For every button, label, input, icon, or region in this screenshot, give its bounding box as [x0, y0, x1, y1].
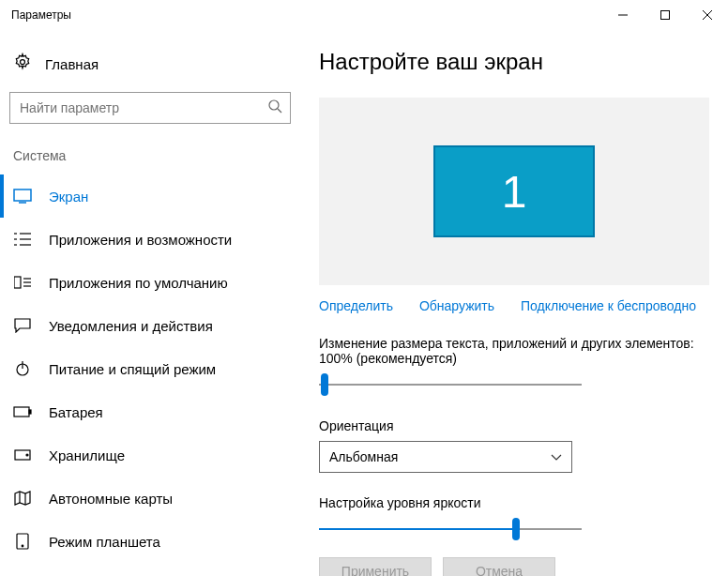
sidebar-item-offline-maps[interactable]: Автономные карты	[9, 477, 291, 520]
window-title: Параметры	[11, 8, 71, 22]
search-box[interactable]	[9, 92, 291, 124]
wireless-link[interactable]: Подключение к беспроводно	[521, 298, 696, 313]
svg-point-24	[26, 454, 28, 456]
svg-line-6	[278, 109, 281, 113]
power-icon	[13, 361, 32, 376]
gear-icon	[13, 53, 32, 75]
chat-icon	[13, 318, 32, 333]
orientation-value: Альбомная	[329, 449, 398, 464]
sidebar-item-label: Экран	[49, 189, 88, 205]
category-title: Система	[13, 148, 291, 163]
monitor-1[interactable]: 1	[433, 145, 595, 237]
orientation-select[interactable]: Альбомная	[319, 441, 572, 473]
identify-link[interactable]: Определить	[319, 298, 393, 313]
display-links: Определить Обнаружить Подключение к бесп…	[319, 298, 709, 313]
home-label: Главная	[45, 56, 99, 72]
close-button[interactable]	[686, 0, 728, 30]
cancel-button[interactable]: Отмена	[443, 557, 555, 576]
default-apps-icon	[13, 275, 32, 290]
svg-rect-7	[14, 189, 31, 201]
window-controls	[601, 0, 728, 30]
sidebar-item-label: Режим планшета	[49, 534, 160, 550]
svg-point-5	[269, 100, 279, 110]
brightness-label: Настройка уровня яркости	[319, 495, 709, 510]
orientation-label: Ориентация	[319, 418, 709, 433]
main-panel: Настройте ваш экран 1 Определить Обнаруж…	[300, 30, 728, 576]
sidebar-item-storage[interactable]: Хранилище	[9, 433, 291, 477]
svg-point-28	[22, 545, 23, 547]
titlebar: Параметры	[0, 0, 728, 30]
action-buttons: Применить Отмена	[319, 557, 709, 576]
sidebar-item-label: Автономные карты	[49, 491, 173, 507]
sidebar-item-battery[interactable]: Батарея	[9, 390, 291, 433]
minimize-button[interactable]	[601, 0, 644, 30]
sidebar-item-label: Хранилище	[49, 447, 125, 463]
sidebar-item-label: Уведомления и действия	[49, 318, 213, 334]
sidebar: Главная Система Экран Приложения и возмо…	[0, 30, 300, 576]
sidebar-item-power-sleep[interactable]: Питание и спящий режим	[9, 347, 291, 390]
scale-label: Изменение размера текста, приложений и д…	[319, 336, 709, 366]
svg-rect-1	[660, 11, 669, 20]
battery-icon	[13, 406, 32, 417]
svg-rect-15	[14, 277, 21, 288]
sidebar-item-apps-features[interactable]: Приложения и возможности	[9, 218, 291, 261]
sidebar-item-label: Питание и спящий режим	[49, 361, 216, 377]
brightness-thumb[interactable]	[512, 518, 520, 540]
sidebar-item-tablet-mode[interactable]: Режим планшета	[9, 520, 291, 563]
search-icon	[267, 99, 282, 117]
svg-point-4	[21, 60, 25, 65]
apply-button[interactable]: Применить	[319, 557, 432, 576]
sidebar-item-default-apps[interactable]: Приложения по умолчанию	[9, 261, 291, 304]
page-title: Настройте ваш экран	[319, 49, 709, 75]
map-icon	[13, 491, 32, 506]
brightness-slider[interactable]	[319, 518, 582, 540]
storage-icon	[13, 449, 32, 461]
scale-slider[interactable]	[319, 373, 582, 396]
list-icon	[13, 232, 32, 247]
sidebar-item-notifications[interactable]: Уведомления и действия	[9, 304, 291, 347]
maximize-button[interactable]	[644, 0, 686, 30]
home-link[interactable]: Главная	[9, 49, 291, 92]
sidebar-item-label: Приложения по умолчанию	[49, 275, 228, 291]
tablet-icon	[13, 533, 32, 550]
search-input[interactable]	[10, 93, 290, 123]
sidebar-item-label: Приложения и возможности	[49, 232, 232, 248]
svg-rect-22	[29, 410, 31, 414]
sidebar-item-display[interactable]: Экран	[9, 174, 291, 218]
detect-link[interactable]: Обнаружить	[419, 298, 494, 313]
sidebar-item-label: Батарея	[49, 404, 103, 420]
svg-rect-21	[14, 407, 29, 417]
display-preview: 1	[319, 98, 709, 285]
display-icon	[13, 189, 32, 204]
scale-thumb[interactable]	[321, 373, 328, 396]
chevron-down-icon	[551, 449, 562, 464]
